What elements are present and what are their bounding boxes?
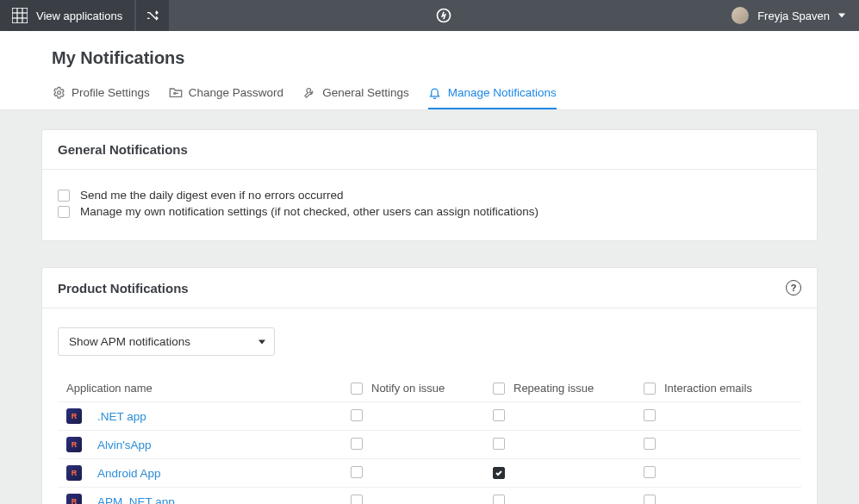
avatar bbox=[731, 7, 749, 24]
cell-repeating bbox=[493, 438, 644, 452]
view-applications-button[interactable]: View applications bbox=[0, 0, 134, 31]
content: General Notifications Send me the daily … bbox=[0, 110, 859, 504]
app-icon: R bbox=[66, 408, 82, 424]
app-link[interactable]: Android App bbox=[97, 467, 161, 480]
apm-dropdown[interactable]: Show APM notifications bbox=[58, 327, 275, 356]
checkbox-notify[interactable] bbox=[351, 495, 363, 505]
checkbox[interactable] bbox=[58, 190, 70, 202]
product-notifications-header: Product Notifications ? bbox=[42, 268, 817, 308]
table-header: Application name Notify on issue Repeati… bbox=[58, 375, 801, 401]
shuffle-button[interactable] bbox=[136, 0, 169, 31]
svg-point-7 bbox=[57, 90, 60, 94]
cell-repeating bbox=[493, 467, 644, 480]
cell-interaction bbox=[644, 495, 760, 505]
app-cell: RAPM .NET app bbox=[66, 494, 351, 504]
chevron-down-icon bbox=[838, 12, 845, 19]
checkbox-notify-all[interactable] bbox=[351, 383, 363, 395]
cell-notify bbox=[351, 409, 493, 424]
col-application-name-label: Application name bbox=[66, 382, 153, 395]
col-repeating-label: Repeating issue bbox=[514, 382, 594, 395]
app-cell: RAlvin'sApp bbox=[66, 437, 351, 452]
table-row: RAlvin'sApp bbox=[58, 430, 801, 458]
tab-password[interactable]: Change Password bbox=[169, 80, 283, 109]
option-label: Manage my own notification settings (if … bbox=[80, 205, 538, 218]
general-notifications-panel: General Notifications Send me the daily … bbox=[41, 129, 818, 241]
checkbox-repeating[interactable] bbox=[493, 409, 505, 421]
product-notifications-title: Product Notifications bbox=[58, 281, 189, 296]
user-name-label: Freyja Spaven bbox=[757, 9, 830, 22]
col-notify-on-issue: Notify on issue bbox=[351, 382, 493, 395]
view-applications-label: View applications bbox=[36, 9, 122, 22]
checkbox-interaction[interactable] bbox=[644, 438, 656, 450]
col-repeating-issue: Repeating issue bbox=[493, 382, 644, 395]
cell-repeating bbox=[493, 495, 644, 505]
app-link[interactable]: APM .NET app bbox=[97, 495, 175, 505]
app-cell: R.NET app bbox=[66, 408, 351, 424]
general-notifications-title: General Notifications bbox=[58, 142, 188, 157]
checkbox-notify[interactable] bbox=[351, 466, 363, 478]
checkbox-repeating[interactable] bbox=[493, 467, 505, 479]
tab-label: Change Password bbox=[189, 86, 283, 99]
checkbox-interaction[interactable] bbox=[644, 495, 656, 505]
main: My Notifications Profile SettingsChange … bbox=[0, 31, 859, 504]
user-menu[interactable]: Freyja Spaven bbox=[718, 7, 859, 24]
cell-notify bbox=[351, 495, 493, 505]
tab-general[interactable]: General Settings bbox=[302, 80, 409, 109]
page-title: My Notifications bbox=[0, 48, 859, 80]
general-option-row: Send me the daily digest even if no erro… bbox=[58, 189, 801, 202]
general-notifications-header: General Notifications bbox=[42, 130, 817, 170]
product-notifications-panel: Product Notifications ? Show APM notific… bbox=[41, 267, 818, 504]
checkbox[interactable] bbox=[58, 206, 70, 218]
checkbox-interaction[interactable] bbox=[644, 466, 656, 478]
col-application-name: Application name bbox=[66, 382, 351, 395]
general-option-row: Manage my own notification settings (if … bbox=[58, 205, 801, 218]
svg-point-8 bbox=[173, 92, 175, 94]
chevron-down-icon bbox=[258, 339, 265, 345]
tab-label: Manage Notifications bbox=[448, 86, 557, 99]
table-body: R.NET appRAlvin'sAppRAndroid AppRAPM .NE… bbox=[58, 401, 801, 504]
checkbox-repeating[interactable] bbox=[493, 495, 505, 505]
cell-repeating bbox=[493, 409, 644, 424]
svg-marker-6 bbox=[838, 14, 845, 18]
tab-label: General Settings bbox=[322, 86, 409, 99]
help-icon[interactable]: ? bbox=[786, 280, 801, 296]
folder-key-icon bbox=[169, 85, 183, 99]
cell-notify bbox=[351, 466, 493, 481]
grid-icon bbox=[12, 8, 28, 23]
cell-notify bbox=[351, 438, 493, 452]
topbar: View applications Freyja Spaven bbox=[0, 0, 859, 31]
checkbox-interaction-all[interactable] bbox=[644, 383, 656, 395]
cell-interaction bbox=[644, 438, 760, 452]
tab-label: Profile Settings bbox=[72, 86, 150, 99]
col-interaction-label: Interaction emails bbox=[664, 382, 752, 395]
gear-icon bbox=[52, 85, 65, 99]
general-notifications-body: Send me the daily digest even if no erro… bbox=[42, 170, 817, 240]
cell-interaction bbox=[644, 409, 760, 424]
svg-rect-0 bbox=[12, 8, 28, 23]
table-row: RAndroid App bbox=[58, 458, 801, 487]
product-notifications-body: Show APM notifications Application name … bbox=[42, 308, 817, 504]
notifications-table: Application name Notify on issue Repeati… bbox=[58, 375, 801, 504]
app-link[interactable]: Alvin'sApp bbox=[97, 439, 152, 451]
apm-dropdown-label: Show APM notifications bbox=[69, 335, 190, 348]
app-logo bbox=[169, 7, 718, 24]
col-interaction-emails: Interaction emails bbox=[644, 382, 760, 395]
checkbox-notify[interactable] bbox=[351, 409, 363, 421]
checkbox-repeating-all[interactable] bbox=[493, 383, 505, 395]
app-icon: R bbox=[66, 494, 82, 504]
checkbox-repeating[interactable] bbox=[493, 438, 505, 450]
cell-interaction bbox=[644, 466, 760, 481]
table-row: R.NET app bbox=[58, 401, 801, 430]
checkbox-notify[interactable] bbox=[351, 438, 363, 450]
tabbar: Profile SettingsChange PasswordGeneral S… bbox=[0, 80, 859, 110]
tab-notifications[interactable]: Manage Notifications bbox=[428, 80, 557, 109]
app-link[interactable]: .NET app bbox=[97, 410, 146, 423]
app-icon: R bbox=[66, 437, 82, 452]
shuffle-icon bbox=[146, 9, 159, 22]
svg-marker-9 bbox=[258, 339, 265, 344]
table-row: RAPM .NET app bbox=[58, 487, 801, 504]
checkbox-interaction[interactable] bbox=[644, 409, 656, 421]
wrench-icon bbox=[302, 85, 316, 99]
bell-icon bbox=[428, 85, 442, 99]
tab-profile[interactable]: Profile Settings bbox=[52, 80, 150, 109]
